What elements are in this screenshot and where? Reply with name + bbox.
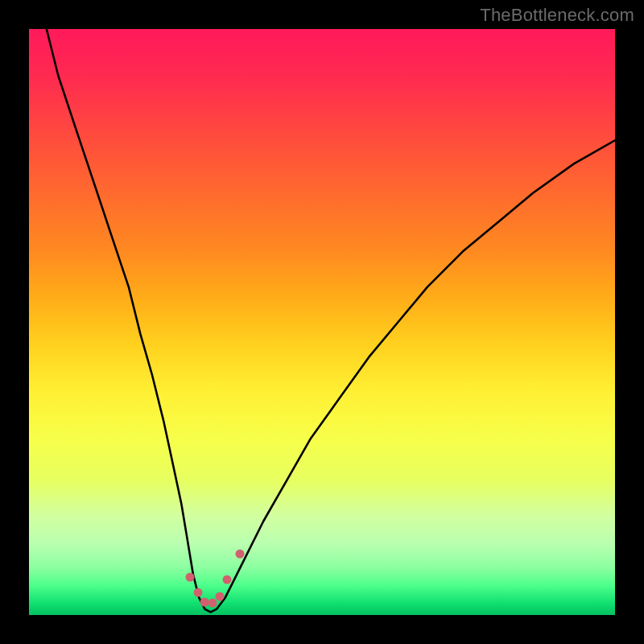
plot-area (29, 29, 615, 615)
watermark-text: TheBottleneck.com (480, 5, 634, 26)
trough-dot (208, 599, 217, 608)
trough-dot (223, 576, 232, 584)
chart-frame: TheBottleneck.com (0, 0, 644, 644)
trough-dot-group (29, 29, 615, 615)
trough-dot (215, 592, 224, 601)
trough-dot (186, 572, 195, 581)
trough-dot (236, 549, 245, 558)
trough-dot (193, 588, 202, 597)
